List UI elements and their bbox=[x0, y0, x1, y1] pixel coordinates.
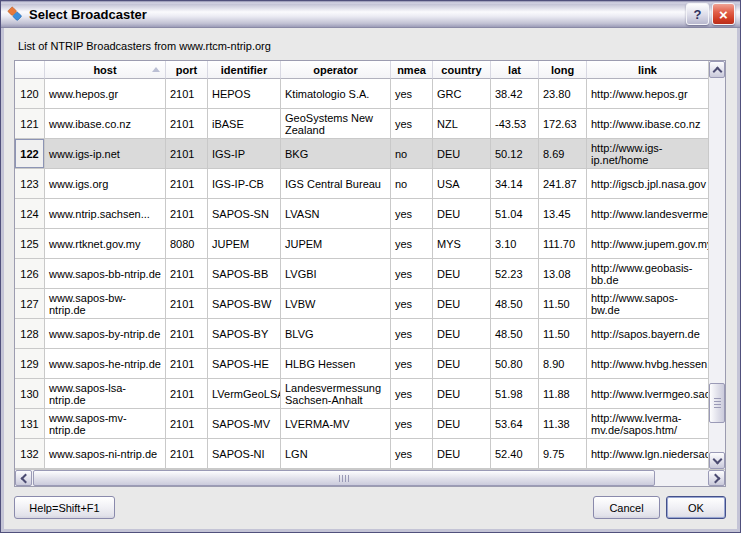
cell-country[interactable]: USA bbox=[433, 169, 491, 199]
cell-host[interactable]: www.sapos-ni-ntrip.de bbox=[45, 439, 166, 469]
column-header-long[interactable]: long bbox=[539, 61, 587, 79]
cell-link[interactable]: http://www.lvermgeo.sachs... bbox=[587, 379, 708, 409]
cell-identifier[interactable]: LVermGeoLSA bbox=[208, 379, 281, 409]
cell-host[interactable]: www.sapos-by-ntrip.de bbox=[45, 319, 166, 349]
column-header-link[interactable]: link bbox=[587, 61, 708, 79]
table-row[interactable]: 130www.sapos-lsa-ntrip.de2101LVermGeoLSA… bbox=[15, 379, 708, 409]
cell-nmea[interactable]: no bbox=[391, 169, 433, 199]
row-number-cell[interactable]: 129 bbox=[15, 349, 45, 379]
table-row[interactable]: 128www.sapos-by-ntrip.de2101SAPOS-BYBLVG… bbox=[15, 319, 708, 349]
cell-host[interactable]: www.sapos-mv-ntrip.de bbox=[45, 409, 166, 439]
cell-operator[interactable]: LVASN bbox=[281, 199, 391, 229]
cell-operator[interactable]: Ktimatologio S.A. bbox=[281, 79, 391, 109]
cell-link[interactable]: http://www.sapos-bw.de bbox=[587, 289, 708, 319]
cell-link[interactable]: http://www.landesvermessu... bbox=[587, 199, 708, 229]
cell-long[interactable]: 172.63 bbox=[539, 109, 587, 139]
cell-country[interactable]: GRC bbox=[433, 79, 491, 109]
cell-lat[interactable]: -43.53 bbox=[491, 109, 539, 139]
cell-lat[interactable]: 48.50 bbox=[491, 319, 539, 349]
row-number-cell[interactable]: 128 bbox=[15, 319, 45, 349]
row-number-cell[interactable]: 130 bbox=[15, 379, 45, 409]
cell-lat[interactable]: 3.10 bbox=[491, 229, 539, 259]
cell-long[interactable]: 9.75 bbox=[539, 439, 587, 469]
cell-nmea[interactable]: yes bbox=[391, 379, 433, 409]
cell-long[interactable]: 13.08 bbox=[539, 259, 587, 289]
cell-country[interactable]: DEU bbox=[433, 199, 491, 229]
cell-operator[interactable]: BKG bbox=[281, 139, 391, 169]
cell-long[interactable]: 8.90 bbox=[539, 349, 587, 379]
cell-operator[interactable]: BLVG bbox=[281, 319, 391, 349]
cell-identifier[interactable]: JUPEM bbox=[208, 229, 281, 259]
cell-long[interactable]: 13.45 bbox=[539, 199, 587, 229]
cell-long[interactable]: 11.38 bbox=[539, 409, 587, 439]
cell-operator[interactable]: LGN bbox=[281, 439, 391, 469]
cell-port[interactable]: 2101 bbox=[166, 79, 208, 109]
cell-nmea[interactable]: yes bbox=[391, 409, 433, 439]
row-number-cell[interactable]: 126 bbox=[15, 259, 45, 289]
cell-port[interactable]: 2101 bbox=[166, 169, 208, 199]
cell-long[interactable]: 8.69 bbox=[539, 139, 587, 169]
cell-host[interactable]: www.hepos.gr bbox=[45, 79, 166, 109]
cell-operator[interactable]: JUPEM bbox=[281, 229, 391, 259]
cell-port[interactable]: 8080 bbox=[166, 229, 208, 259]
ok-button[interactable]: OK bbox=[666, 496, 726, 519]
cell-country[interactable]: DEU bbox=[433, 439, 491, 469]
cell-country[interactable]: DEU bbox=[433, 259, 491, 289]
cell-operator[interactable]: LVBW bbox=[281, 289, 391, 319]
cell-identifier[interactable]: SAPOS-BB bbox=[208, 259, 281, 289]
cell-link[interactable]: http://www.lgn.niedersachs... bbox=[587, 439, 708, 469]
close-icon[interactable]: × bbox=[712, 3, 735, 25]
cell-link[interactable]: http://igscb.jpl.nasa.gov bbox=[587, 169, 708, 199]
cell-identifier[interactable]: SAPOS-BY bbox=[208, 319, 281, 349]
cell-host[interactable]: www.sapos-bb-ntrip.de bbox=[45, 259, 166, 289]
cell-lat[interactable]: 48.50 bbox=[491, 289, 539, 319]
cell-port[interactable]: 2101 bbox=[166, 409, 208, 439]
cancel-button[interactable]: Cancel bbox=[593, 496, 660, 519]
table-row[interactable]: 126www.sapos-bb-ntrip.de2101SAPOS-BBLVGB… bbox=[15, 259, 708, 289]
row-number-cell[interactable]: 121 bbox=[15, 109, 45, 139]
scroll-right-button[interactable] bbox=[708, 470, 725, 486]
cell-operator[interactable]: HLBG Hessen bbox=[281, 349, 391, 379]
cell-operator[interactable]: LVERMA-MV bbox=[281, 409, 391, 439]
cell-identifier[interactable]: SAPOS-BW bbox=[208, 289, 281, 319]
cell-host[interactable]: www.igs-ip.net bbox=[45, 139, 166, 169]
table-row[interactable]: 122www.igs-ip.net2101IGS-IPBKGnoDEU50.12… bbox=[15, 139, 708, 169]
cell-country[interactable]: DEU bbox=[433, 289, 491, 319]
cell-nmea[interactable]: yes bbox=[391, 289, 433, 319]
cell-port[interactable]: 2101 bbox=[166, 319, 208, 349]
row-number-cell[interactable]: 122 bbox=[15, 139, 45, 169]
cell-link[interactable]: http://www.hvbg.hessen.de bbox=[587, 349, 708, 379]
help-button[interactable]: Help=Shift+F1 bbox=[14, 496, 115, 519]
cell-nmea[interactable]: yes bbox=[391, 229, 433, 259]
cell-port[interactable]: 2101 bbox=[166, 439, 208, 469]
cell-country[interactable]: DEU bbox=[433, 409, 491, 439]
column-header-nmea[interactable]: nmea bbox=[391, 61, 433, 79]
cell-lat[interactable]: 52.23 bbox=[491, 259, 539, 289]
table-row[interactable]: 132www.sapos-ni-ntrip.de2101SAPOS-NILGNy… bbox=[15, 439, 708, 469]
cell-port[interactable]: 2101 bbox=[166, 379, 208, 409]
column-header-operator[interactable]: operator bbox=[281, 61, 391, 79]
cell-link[interactable]: http://www.lverma-mv.de/sapos.htm/ bbox=[587, 409, 708, 439]
cell-lat[interactable]: 50.12 bbox=[491, 139, 539, 169]
cell-identifier[interactable]: IGS-IP-CB bbox=[208, 169, 281, 199]
cell-host[interactable]: www.sapos-he-ntrip.de bbox=[45, 349, 166, 379]
vertical-scroll-track[interactable] bbox=[709, 78, 725, 452]
cell-long[interactable]: 11.50 bbox=[539, 289, 587, 319]
cell-long[interactable]: 111.70 bbox=[539, 229, 587, 259]
scroll-left-button[interactable] bbox=[15, 470, 32, 486]
cell-country[interactable]: DEU bbox=[433, 349, 491, 379]
table-row[interactable]: 125www.rtknet.gov.my8080JUPEMJUPEMyesMYS… bbox=[15, 229, 708, 259]
column-header-country[interactable]: country bbox=[433, 61, 491, 79]
row-number-cell[interactable]: 127 bbox=[15, 289, 45, 319]
row-number-cell[interactable]: 120 bbox=[15, 79, 45, 109]
cell-operator[interactable]: Landesvermessung Sachsen-Anhalt bbox=[281, 379, 391, 409]
cell-lat[interactable]: 52.40 bbox=[491, 439, 539, 469]
cell-port[interactable]: 2101 bbox=[166, 259, 208, 289]
scroll-down-button[interactable] bbox=[709, 452, 725, 469]
cell-identifier[interactable]: HEPOS bbox=[208, 79, 281, 109]
table-row[interactable]: 121www.ibase.co.nz2101iBASEGeoSystems Ne… bbox=[15, 109, 708, 139]
title-bar[interactable]: Select Broadcaster ? × bbox=[1, 1, 740, 28]
table-row[interactable]: 124www.ntrip.sachsen...2101SAPOS-SNLVASN… bbox=[15, 199, 708, 229]
cell-host[interactable]: www.sapos-lsa-ntrip.de bbox=[45, 379, 166, 409]
cell-host[interactable]: www.ntrip.sachsen... bbox=[45, 199, 166, 229]
